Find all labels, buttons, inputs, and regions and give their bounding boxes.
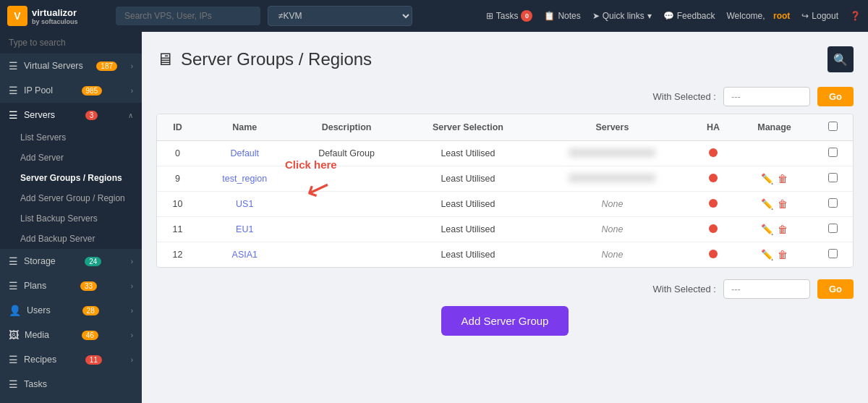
- edit-button[interactable]: ✏️: [761, 198, 773, 210]
- chevron-down-icon: ▾: [647, 11, 652, 21]
- sidebar-sub-add-server[interactable]: Add Server: [0, 148, 142, 168]
- sidebar-item-servers[interactable]: ☰ Servers 3 ∧: [0, 103, 142, 127]
- top-nav: V virtualizor by softaculous ≠KVM ⊞ Task…: [0, 0, 868, 32]
- cell-manage: ✏️ 🗑: [736, 242, 813, 268]
- delete-button[interactable]: 🗑: [778, 249, 788, 260]
- kvm-select[interactable]: ≠KVM: [268, 6, 412, 26]
- chevron-right-users: ›: [131, 307, 133, 315]
- cell-servers: [534, 141, 690, 166]
- logo-icon: V: [7, 6, 27, 26]
- go-button-top[interactable]: Go: [817, 87, 854, 106]
- cell-name: ASIA1: [198, 242, 292, 268]
- sidebar-item-users[interactable]: 👤 Users 28 ›: [0, 298, 142, 323]
- sidebar-item-plans[interactable]: ☰ Plans 33 ›: [0, 273, 142, 298]
- sidebar-sub-list-servers[interactable]: List Servers: [0, 127, 142, 148]
- edit-button[interactable]: ✏️: [761, 249, 773, 260]
- cell-id: 9: [157, 166, 198, 192]
- add-server-group-button[interactable]: Add Server Group: [441, 306, 569, 336]
- servers-icon: ☰: [9, 109, 18, 121]
- page-search-button[interactable]: 🔍: [827, 46, 854, 72]
- ha-dot: [709, 250, 718, 258]
- main-content: Click here ↙ 🖥 Server Groups / Regions 🔍…: [142, 32, 868, 403]
- media-badge: 46: [82, 331, 98, 340]
- cell-checkbox: [812, 217, 853, 242]
- ip-pool-badge: 985: [82, 86, 103, 96]
- sidebar-sub-add-backup[interactable]: Add Backup Server: [0, 229, 142, 249]
- sidebar-item-storage[interactable]: ☰ Storage 24 ›: [0, 249, 142, 273]
- row-checkbox[interactable]: [828, 198, 838, 208]
- cell-ha: [690, 217, 736, 242]
- nav-actions: ⊞ Tasks 0 📋 Notes ➤ Quick links ▾ 💬 Feed…: [486, 10, 861, 22]
- col-checkbox-all[interactable]: [812, 114, 853, 141]
- quicklinks-button[interactable]: ➤ Quick links ▾: [592, 11, 652, 21]
- cell-id: 12: [157, 242, 198, 268]
- click-here-annotation: Click here ↙: [285, 158, 337, 203]
- cell-server-selection: Least Utilised: [401, 166, 534, 192]
- sidebar-item-virtual-servers[interactable]: ☰ Virtual Servers 187 ›: [0, 54, 142, 78]
- logout-button[interactable]: ↪ Logout: [801, 11, 838, 21]
- row-checkbox[interactable]: [828, 224, 838, 233]
- row-checkbox[interactable]: [828, 249, 838, 258]
- name-link[interactable]: EU1: [236, 224, 253, 234]
- with-selected-top: With Selected : --- Go: [156, 87, 854, 106]
- name-link[interactable]: test_region: [222, 174, 267, 184]
- with-selected-select-top[interactable]: ---: [723, 87, 810, 106]
- go-button-bottom[interactable]: Go: [817, 279, 854, 299]
- sidebar-item-tasks[interactable]: ☰ Tasks: [0, 372, 142, 396]
- search-input[interactable]: [116, 7, 260, 25]
- help-icon: ❓: [850, 11, 861, 21]
- cell-servers: None: [534, 217, 690, 242]
- table-row: 11 EU1 Least Utilised None ✏️ 🗑: [157, 217, 853, 242]
- logout-icon: ↪: [801, 11, 809, 21]
- with-selected-select-bottom[interactable]: ---: [723, 279, 810, 299]
- users-badge: 28: [82, 306, 99, 315]
- virtual-servers-badge: 187: [96, 61, 117, 71]
- name-link[interactable]: Default: [230, 148, 259, 158]
- recipes-icon: ☰: [9, 354, 18, 365]
- cell-server-selection: Least Utilised: [401, 141, 534, 166]
- name-link[interactable]: ASIA1: [232, 250, 258, 260]
- select-all-checkbox[interactable]: [828, 122, 838, 131]
- edit-button[interactable]: ✏️: [761, 224, 773, 235]
- delete-button[interactable]: 🗑: [778, 198, 788, 210]
- chevron-right-recipes: ›: [131, 356, 133, 364]
- row-checkbox[interactable]: [828, 173, 838, 182]
- cell-manage: ✏️ 🗑: [736, 166, 813, 192]
- cell-name: US1: [198, 192, 292, 217]
- notes-button[interactable]: 📋 Notes: [544, 11, 580, 21]
- sidebar-item-ip-pool[interactable]: ☰ IP Pool 985 ›: [0, 78, 142, 103]
- sidebar-sub-add-server-group[interactable]: Add Server Group / Region: [0, 188, 142, 208]
- ha-dot: [709, 174, 718, 182]
- server-icon: ☰: [9, 60, 18, 72]
- cell-manage: ✏️ 🗑: [736, 217, 813, 242]
- sidebar-sub-list-backup[interactable]: List Backup Servers: [0, 208, 142, 229]
- delete-button[interactable]: 🗑: [778, 224, 788, 235]
- name-link[interactable]: US1: [236, 199, 253, 209]
- chevron-right-storage: ›: [131, 258, 133, 266]
- welcome-label: Welcome, root: [726, 11, 790, 21]
- row-checkbox[interactable]: [828, 148, 838, 157]
- sidebar-item-recipes[interactable]: ☰ Recipes 11 ›: [0, 347, 142, 372]
- col-description: Description: [292, 114, 402, 141]
- tasks-sidebar-icon: ☰: [9, 378, 18, 390]
- help-button[interactable]: ❓: [850, 11, 861, 21]
- sidebar-search[interactable]: [0, 32, 142, 54]
- cell-description: [292, 217, 402, 242]
- sidebar: ☰ Virtual Servers 187 › ☰ IP Pool 985 › …: [0, 32, 142, 403]
- feedback-button[interactable]: 💬 Feedback: [663, 11, 715, 21]
- tasks-icon: ⊞: [486, 11, 493, 21]
- with-selected-bottom: With Selected : --- Go: [156, 279, 854, 299]
- cell-id: 0: [157, 141, 198, 166]
- logo-text: virtualizor: [32, 7, 77, 18]
- cell-manage: ✏️ 🗑: [736, 192, 813, 217]
- servers-blurred: [569, 174, 655, 182]
- edit-button[interactable]: ✏️: [761, 173, 773, 184]
- sidebar-item-media[interactable]: 🖼 Media 46 ›: [0, 323, 142, 347]
- sidebar-item-configuration[interactable]: 🔧 Configuration ›: [0, 396, 142, 403]
- tasks-button[interactable]: ⊞ Tasks 0: [486, 10, 533, 22]
- col-id: ID: [157, 114, 198, 141]
- sidebar-sub-server-groups[interactable]: Server Groups / Regions: [0, 168, 142, 188]
- cell-servers: None: [534, 192, 690, 217]
- with-selected-label-top: With Selected :: [653, 91, 716, 102]
- delete-button[interactable]: 🗑: [778, 173, 788, 184]
